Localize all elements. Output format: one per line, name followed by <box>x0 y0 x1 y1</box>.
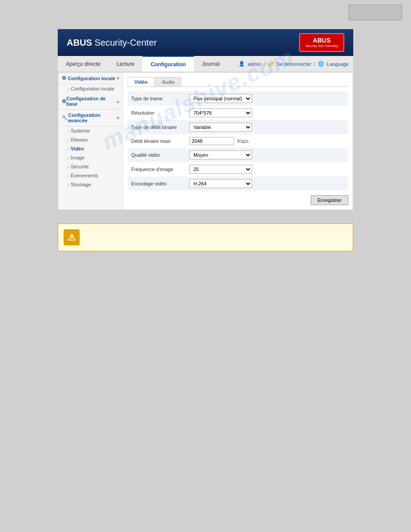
sidebar-locale-chevron: ▾ <box>117 76 119 81</box>
sidebar-section-avancee[interactable]: 🔧 Configuration avancée ▾ <box>58 110 123 126</box>
label-debit-type: Type de débit binaire <box>128 120 186 134</box>
sidebar-item-securite[interactable]: Sécurité <box>58 162 123 171</box>
input-debit-maxi[interactable] <box>189 137 234 145</box>
form-row-trame: Type de trame Flux principal (normal)Sou… <box>128 91 348 106</box>
nav-item-journal[interactable]: Journal <box>194 56 227 72</box>
sidebar-avancee-chevron: ▾ <box>117 116 119 120</box>
nav-right: 👤 admin | 🔑 Se déconnecter | 🌐 Language <box>239 61 353 67</box>
sidebar-base-label: Configuration de base <box>66 96 117 107</box>
key-icon: 🔑 <box>268 61 274 67</box>
select-resolution[interactable]: 704*576352*288176*144 <box>189 108 252 117</box>
select-qualite[interactable]: MoyenBasHaut <box>189 150 252 159</box>
sidebar-item-video[interactable]: Vidéo <box>58 144 123 153</box>
main-container: ABUS Security-Center ABUS Security Tech … <box>58 29 353 251</box>
sidebar-avancee-icon: 🔧 <box>62 115 68 121</box>
nav-item-apercu[interactable]: Aperçu directe <box>58 56 108 72</box>
brand-bold: ABUS <box>67 38 92 47</box>
sidebar-item-image[interactable]: Image <box>58 153 123 162</box>
config-form: Type de trame Flux principal (normal)Sou… <box>128 91 348 191</box>
save-row: Enregistrer <box>128 191 348 205</box>
label-trame: Type de trame <box>128 91 186 106</box>
brand-sub: Security-Center <box>92 38 157 47</box>
sidebar-item-reseau[interactable]: Réseau <box>58 135 123 144</box>
language-link[interactable]: Language <box>327 61 349 67</box>
content-area: ⚙ Configuration locale ▾ Configuration l… <box>58 72 353 210</box>
abus-logo: ABUS Security Tech Germany <box>299 33 344 51</box>
form-row-encodage: Encodage vidéo H.264H.265MJPEG <box>128 176 348 191</box>
sidebar-locale-icon: ⚙ <box>62 75 66 81</box>
sidebar-section-base[interactable]: ⚙ Configuration de base ▴ <box>58 93 123 110</box>
form-row-resolution: Résolution 704*576352*288176*144 <box>128 106 348 120</box>
logout-link[interactable]: Se déconnecter <box>277 61 311 67</box>
label-frequence: Fréquence d'image <box>128 162 186 176</box>
select-frequence[interactable]: 253015105 <box>189 165 252 174</box>
divider1: | <box>264 61 265 67</box>
label-debit-maxi: Débit binaire maxi <box>128 134 186 148</box>
logo-text: ABUS <box>313 37 331 44</box>
tab-audio[interactable]: Audio <box>155 77 181 86</box>
sidebar-item-systeme[interactable]: Système <box>58 126 123 135</box>
content-wrapper: manualshive.com ⚙ Configuration locale ▾… <box>58 72 353 210</box>
select-debit-type[interactable]: VariableConstant <box>189 123 252 132</box>
app-title: ABUS Security-Center <box>67 38 157 48</box>
label-resolution: Résolution <box>128 106 186 120</box>
globe-icon: 🌐 <box>318 61 324 67</box>
form-row-qualite: Qualité vidéo MoyenBasHaut <box>128 148 348 162</box>
form-row-frequence: Fréquence d'image 253015105 <box>128 162 348 176</box>
sidebar-locale-label: Configuration locale <box>68 76 115 81</box>
divider2: | <box>314 61 315 67</box>
form-row-debit-maxi: Débit binaire maxi Kbps <box>128 134 348 148</box>
sidebar-base-chevron: ▴ <box>117 99 119 104</box>
logo-sub: Security Tech Germany <box>305 44 338 48</box>
nav-item-configuration[interactable]: Configuration <box>142 56 194 72</box>
save-button[interactable]: Enregistrer <box>311 195 348 205</box>
sidebar-item-evenements[interactable]: Événements <box>58 171 123 180</box>
warning-symbol: ⚠ <box>68 232 76 243</box>
sidebar-item-config-locale[interactable]: Configuration locale <box>58 84 123 93</box>
top-button[interactable] <box>348 4 402 20</box>
warning-box: ⚠ <box>58 223 353 251</box>
nav-item-lecture[interactable]: Lecture <box>108 56 142 72</box>
sidebar: ⚙ Configuration locale ▾ Configuration l… <box>58 73 123 210</box>
select-encodage[interactable]: H.264H.265MJPEG <box>189 179 252 188</box>
label-encodage: Encodage vidéo <box>128 176 186 191</box>
form-row-debit-type: Type de débit binaire VariableConstant <box>128 120 348 134</box>
label-qualite: Qualité vidéo <box>128 148 186 162</box>
warning-icon: ⚠ <box>64 229 80 245</box>
sidebar-base-icon: ⚙ <box>62 99 66 104</box>
main-panel: Vidéo Audio Type de trame Flux principal… <box>123 73 353 210</box>
nav-bar: Aperçu directe Lecture Configuration Jou… <box>58 56 353 72</box>
app-header: ABUS Security-Center ABUS Security Tech … <box>58 29 353 56</box>
sidebar-avancee-label: Configuration avancée <box>68 112 117 123</box>
tab-video[interactable]: Vidéo <box>128 77 154 86</box>
admin-link[interactable]: admin <box>248 61 261 67</box>
sidebar-item-stockage[interactable]: Stockage <box>58 180 123 189</box>
tab-bar: Vidéo Audio <box>128 77 348 87</box>
kbps-label: Kbps <box>237 138 248 144</box>
user-icon: 👤 <box>239 61 245 67</box>
select-trame[interactable]: Flux principal (normal)Sous-flux <box>189 94 252 103</box>
sidebar-section-locale[interactable]: ⚙ Configuration locale ▾ <box>58 73 123 84</box>
